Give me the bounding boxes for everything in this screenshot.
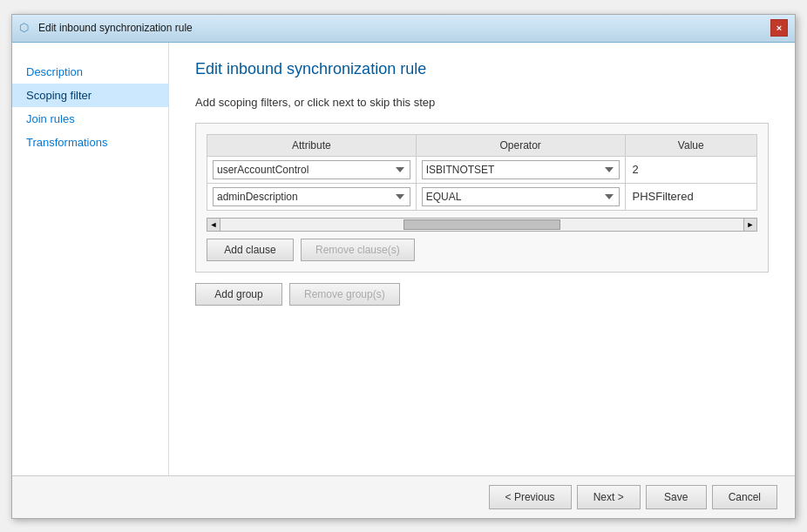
- table-row: adminDescription EQUAL PHSFiltered: [207, 183, 757, 210]
- title-bar-text: Edit inbound synchronization rule: [38, 22, 193, 34]
- scroll-left-button[interactable]: ◄: [207, 218, 220, 232]
- sidebar-item-transformations[interactable]: Transformations: [12, 131, 168, 154]
- attribute-cell-1[interactable]: userAccountControl: [207, 156, 417, 183]
- remove-clause-button[interactable]: Remove clause(s): [301, 239, 415, 261]
- attribute-cell-2[interactable]: adminDescription: [207, 183, 417, 210]
- horizontal-scrollbar[interactable]: ◄ ►: [207, 218, 757, 232]
- column-header-value: Value: [625, 134, 756, 156]
- add-group-button[interactable]: Add group: [195, 283, 282, 306]
- instruction-text: Add scoping filters, or click next to sk…: [195, 96, 769, 109]
- window-body: Description Scoping filter Join rules Tr…: [12, 43, 795, 475]
- attribute-dropdown-1[interactable]: userAccountControl: [213, 160, 410, 179]
- save-button[interactable]: Save: [646, 485, 707, 509]
- remove-group-button[interactable]: Remove group(s): [289, 283, 400, 306]
- table-row: userAccountControl ISBITNOTSET 2: [207, 156, 757, 183]
- column-header-attribute: Attribute: [207, 134, 417, 156]
- title-bar-left: ⬡ Edit inbound synchronization rule: [19, 21, 193, 35]
- value-cell-2: PHSFiltered: [625, 183, 756, 210]
- main-window: ⬡ Edit inbound synchronization rule × De…: [11, 14, 796, 519]
- title-bar: ⬡ Edit inbound synchronization rule ×: [12, 15, 795, 43]
- filter-table: Attribute Operator Value userAccountCont…: [207, 134, 757, 211]
- scroll-thumb[interactable]: [404, 219, 560, 230]
- add-clause-button[interactable]: Add clause: [207, 239, 294, 261]
- clause-buttons: Add clause Remove clause(s): [207, 239, 757, 261]
- scroll-right-button[interactable]: ►: [743, 218, 757, 232]
- main-content: Edit inbound synchronization rule Add sc…: [169, 43, 795, 475]
- column-header-operator: Operator: [416, 134, 625, 156]
- cancel-button[interactable]: Cancel: [712, 485, 777, 509]
- filter-container: Attribute Operator Value userAccountCont…: [195, 123, 769, 273]
- operator-cell-1[interactable]: ISBITNOTSET: [416, 156, 625, 183]
- sidebar-item-scoping-filter[interactable]: Scoping filter: [12, 84, 168, 107]
- close-button[interactable]: ×: [770, 19, 788, 37]
- next-button[interactable]: Next >: [577, 485, 641, 509]
- previous-button[interactable]: < Previous: [489, 485, 572, 509]
- group-buttons: Add group Remove group(s): [195, 283, 769, 306]
- scroll-track[interactable]: [220, 218, 743, 232]
- footer: < Previous Next > Save Cancel: [12, 475, 795, 518]
- sidebar-item-join-rules[interactable]: Join rules: [12, 107, 168, 131]
- page-title: Edit inbound synchronization rule: [195, 60, 769, 78]
- attribute-dropdown-2[interactable]: adminDescription: [213, 187, 410, 206]
- window-icon: ⬡: [19, 21, 33, 35]
- value-cell-1: 2: [625, 156, 756, 183]
- sidebar: Description Scoping filter Join rules Tr…: [12, 43, 169, 475]
- sidebar-item-description[interactable]: Description: [12, 60, 168, 84]
- operator-dropdown-2[interactable]: EQUAL: [422, 187, 620, 206]
- operator-dropdown-1[interactable]: ISBITNOTSET: [422, 160, 620, 179]
- operator-cell-2[interactable]: EQUAL: [416, 183, 625, 210]
